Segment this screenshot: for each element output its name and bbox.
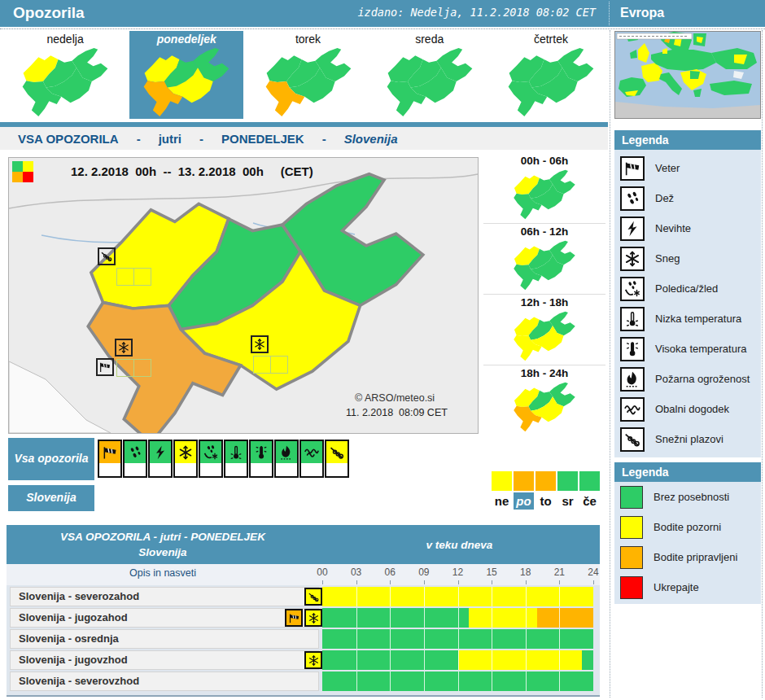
warning-timeline <box>322 672 593 691</box>
legend-level-green: Brez posebnosti <box>614 482 761 512</box>
day-square-to <box>536 471 556 491</box>
legend-item-poledica: Poledica/žled <box>614 273 761 304</box>
position-marker <box>116 268 134 286</box>
windsock-icon <box>285 609 303 627</box>
slovenia-minimap <box>508 240 581 291</box>
day-sr[interactable]: sr <box>557 492 578 510</box>
snowflake-icon <box>175 441 196 463</box>
tab-ponedeljek[interactable]: ponedeljek <box>129 31 243 119</box>
region-label: Slovenija <box>8 485 94 511</box>
lightning-icon <box>150 441 171 463</box>
legend-item-nizka-temperatura: Nizka temperatura <box>614 304 761 334</box>
legend-level-orange: Bodite pripravljeni <box>614 542 761 572</box>
slice-18-24: 18h - 24h <box>483 365 605 435</box>
day-tabs: nedelja ponedeljek torek sreda četrtek <box>8 31 608 119</box>
day-square-sr <box>557 471 578 491</box>
hour-ticks <box>322 580 594 584</box>
europe-map[interactable] <box>614 31 761 119</box>
slovenia-minimap <box>379 47 480 117</box>
orange-swatch <box>620 546 643 569</box>
slovenia-minimap <box>136 47 237 117</box>
title-part-region: Slovenija <box>344 132 398 146</box>
slice-00-06: 00h - 06h <box>483 153 605 223</box>
high-temperature-icon <box>620 337 645 361</box>
day-po[interactable]: po <box>514 492 534 510</box>
table-title: VSA OPOZORILA - jutri - PONEDELJEK <box>7 531 319 543</box>
yellow-swatch <box>620 516 643 539</box>
tile-sneg <box>173 440 198 478</box>
freezing-rain-icon <box>200 441 221 463</box>
snowflake-icon <box>304 651 322 669</box>
day-ce[interactable]: če <box>579 492 600 510</box>
tile-veter <box>98 440 122 478</box>
row-label[interactable]: Slovenija - jugovzhod <box>10 650 319 670</box>
time-slices: 00h - 06h 06h - 12h 12h - 18h 18h - 24h <box>483 153 605 436</box>
day-labels: ne po to sr če <box>492 492 601 510</box>
row-label[interactable]: Slovenija - severozahod <box>10 587 319 606</box>
tab-label: četrtek <box>534 31 568 47</box>
tab-label: sreda <box>415 31 444 47</box>
windsock-icon <box>99 441 120 463</box>
tab-nedelja[interactable]: nedelja <box>8 31 122 119</box>
slovenia-minimap <box>508 311 581 361</box>
slice-12-18: 12h - 18h <box>483 294 605 365</box>
row-label[interactable]: Slovenija - severovzhod <box>10 672 319 691</box>
map-credit: © ARSO/meteo.si <box>355 392 435 404</box>
row-label[interactable]: Slovenija - jugozahod <box>10 608 319 628</box>
table-period-header: v teku dneva <box>319 525 600 564</box>
description-header: Opis in nasveti <box>7 567 319 579</box>
table-row: Slovenija - jugovzhod <box>7 650 600 670</box>
table-header: VSA OPOZORILA - jutri - PONEDELJEK Slove… <box>7 525 600 564</box>
tile-poledica <box>199 440 223 478</box>
main-warning-map[interactable]: 12. 2.2018 00h -- 13. 2.2018 00h (CET) ©… <box>8 157 479 434</box>
tab-torek[interactable]: torek <box>251 31 365 119</box>
legend-level-yellow: Bodite pozorni <box>614 512 761 542</box>
day-ne[interactable]: ne <box>492 492 512 510</box>
position-marker <box>133 268 151 286</box>
position-marker <box>133 359 151 377</box>
high-temperature-icon <box>251 441 272 463</box>
map-level-key <box>12 161 33 182</box>
position-marker <box>116 359 134 377</box>
legend-levels-list: Brez posebnosti Bodite pozorni Bodite pr… <box>614 482 761 604</box>
table-row: Slovenija - jugozahod <box>7 608 600 628</box>
tab-cetrtek[interactable]: četrtek <box>494 31 608 119</box>
rain-icon <box>125 441 146 463</box>
fire-icon <box>276 441 297 463</box>
warnings-table: VSA OPOZORILA - jutri - PONEDELJEK Slove… <box>7 525 600 697</box>
legend-item-sneg: Sneg <box>614 243 761 273</box>
legend-item-nevihte: Nevihte <box>614 213 761 243</box>
tab-sreda[interactable]: sreda <box>373 31 487 119</box>
row-label[interactable]: Slovenija - osrednja <box>10 629 319 649</box>
warnings-page: Opozorila izdano: Nedelja, 11.2.2018 08:… <box>0 0 765 700</box>
tile-nevihte <box>148 440 173 478</box>
warning-type-tiles <box>98 440 349 478</box>
avalanche-icon <box>304 588 322 606</box>
red-swatch <box>620 576 643 599</box>
warning-timeline <box>322 608 593 628</box>
warning-timeline <box>322 587 593 606</box>
day-square-po <box>514 471 534 491</box>
avalanche-icon <box>98 247 116 265</box>
vertical-divider <box>610 30 610 698</box>
tile-plazovi <box>325 440 349 478</box>
day-to[interactable]: to <box>536 492 556 510</box>
waves-icon <box>301 441 322 463</box>
snowflake-icon <box>620 247 645 271</box>
europe-link[interactable]: Evropa <box>620 6 664 20</box>
legend-icons-list: Veter Dež Nevihte Sneg Poledica/žled Niz… <box>614 150 761 457</box>
legend-item-visoka-temperatura: Visoka temperatura <box>614 334 761 364</box>
slovenia-minimap <box>508 382 581 432</box>
topbar-separator <box>609 2 610 25</box>
legend-item-dez: Dež <box>614 183 761 213</box>
page-title: Opozorila <box>13 4 85 22</box>
lightning-icon <box>620 217 645 241</box>
tile-dez <box>123 440 147 478</box>
table-row: Slovenija - severovzhod <box>7 672 600 691</box>
table-subtitle: Slovenija <box>7 546 319 558</box>
day-square-ce <box>579 471 600 491</box>
snow-icon <box>251 335 269 353</box>
snowflake-icon <box>304 609 322 627</box>
warning-timeline <box>322 629 593 649</box>
table-title-cell: VSA OPOZORILA - jutri - PONEDELJEK Slove… <box>7 525 319 564</box>
